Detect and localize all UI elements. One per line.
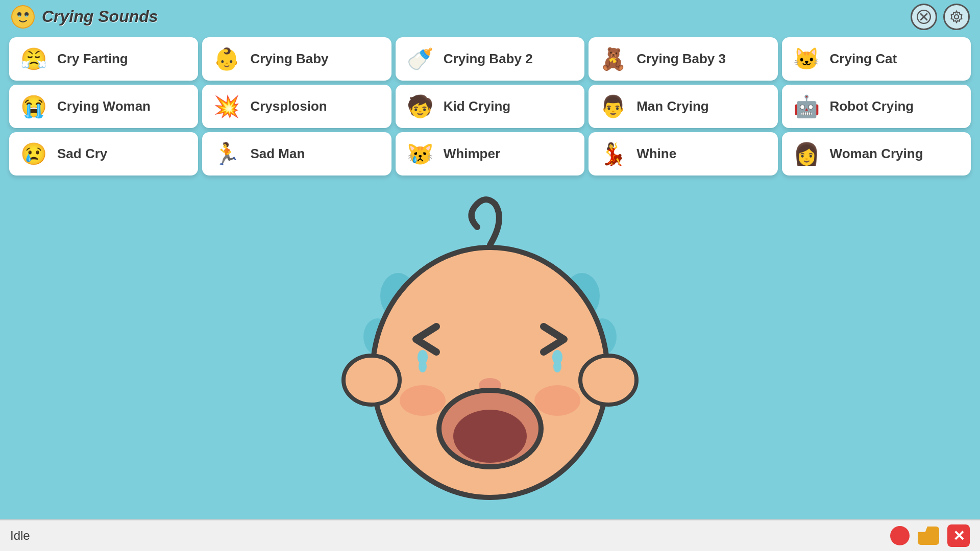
sound-icon-sad-man: 🏃 [211,139,242,169]
sound-icon-crying-woman: 😭 [18,91,49,122]
svg-point-24 [534,385,580,416]
svg-point-3 [18,15,21,17]
sound-icon-man-crying: 👨 [598,91,628,122]
status-text: Idle [10,529,882,543]
sound-label-kid-crying: Kid Crying [444,98,510,114]
sound-icon-crying-cat: 🐱 [791,44,822,74]
sound-icon-crying-baby-3: 🧸 [598,44,628,74]
sound-button-whimper[interactable]: 😿Whimper [396,132,584,176]
sound-icon-crying-baby: 👶 [211,44,242,74]
app-title: Crying Sounds [42,7,158,26]
sound-button-robot-crying[interactable]: 🤖Robot Crying [782,85,971,128]
svg-point-4 [25,15,28,17]
sound-button-crying-cat[interactable]: 🐱Crying Cat [782,37,971,81]
sound-label-whine: Whine [636,146,676,162]
baby-illustration [337,189,643,520]
svg-point-23 [400,385,446,416]
sound-label-man-crying: Man Crying [636,98,709,114]
sound-label-crying-woman: Crying Woman [57,98,151,114]
sound-grid: 😤Cry Farting👶Crying Baby🍼Crying Baby 2🧸C… [0,33,980,180]
sound-icon-robot-crying: 🤖 [791,91,822,122]
app-header: Crying Sounds [0,0,980,33]
sound-label-sad-cry: Sad Cry [57,146,107,162]
svg-point-8 [954,14,959,18]
sound-label-woman-crying: Woman Crying [830,146,923,162]
sound-label-crying-baby-3: Crying Baby 3 [636,51,726,67]
sound-label-crying-cat: Crying Cat [830,51,897,67]
status-bar: Idle ✕ [0,519,980,551]
sound-label-cry-farting: Cry Farting [57,51,128,67]
sound-label-sad-man: Sad Man [250,146,305,162]
sound-icon-woman-crying: 👩 [791,139,822,169]
status-close-button[interactable]: ✕ [947,524,970,547]
svg-point-14 [344,356,400,405]
sound-button-crying-baby[interactable]: 👶Crying Baby [202,37,391,81]
sound-button-kid-crying[interactable]: 🧒Kid Crying [396,85,584,128]
sound-button-woman-crying[interactable]: 👩Woman Crying [782,132,971,176]
sound-button-crysplosion[interactable]: 💥Crysplosion [202,85,391,128]
header-icons [911,4,970,30]
sound-button-sad-cry[interactable]: 😢Sad Cry [9,132,198,176]
sound-button-crying-woman[interactable]: 😭Crying Woman [9,85,198,128]
app-logo [10,4,36,30]
sound-button-crying-baby-3[interactable]: 🧸Crying Baby 3 [589,37,777,81]
sound-label-crysplosion: Crysplosion [250,98,327,114]
sound-icon-sad-cry: 😢 [18,139,49,169]
sound-label-whimper: Whimper [444,146,500,162]
svg-point-19 [553,360,561,372]
folder-button[interactable] [918,527,939,545]
svg-point-17 [419,360,427,372]
sound-icon-whimper: 😿 [405,139,435,169]
sound-button-whine[interactable]: 💃Whine [589,132,777,176]
sound-button-man-crying[interactable]: 👨Man Crying [589,85,777,128]
sound-label-crying-baby-2: Crying Baby 2 [444,51,533,67]
settings-button[interactable] [943,4,970,30]
sound-icon-whine: 💃 [598,139,628,169]
sound-icon-crying-baby-2: 🍼 [405,44,435,74]
sound-icon-crysplosion: 💥 [211,91,242,122]
sound-label-robot-crying: Robot Crying [830,98,914,114]
close-button[interactable] [911,4,937,30]
sound-button-sad-man[interactable]: 🏃Sad Man [202,132,391,176]
sound-icon-cry-farting: 😤 [18,44,49,74]
sound-button-crying-baby-2[interactable]: 🍼Crying Baby 2 [396,37,584,81]
svg-point-0 [12,6,34,28]
sound-icon-kid-crying: 🧒 [405,91,435,122]
record-button[interactable] [890,526,910,545]
sound-button-cry-farting[interactable]: 😤Cry Farting [9,37,198,81]
svg-point-22 [453,410,527,463]
sound-label-crying-baby: Crying Baby [250,51,328,67]
svg-point-15 [580,356,636,405]
